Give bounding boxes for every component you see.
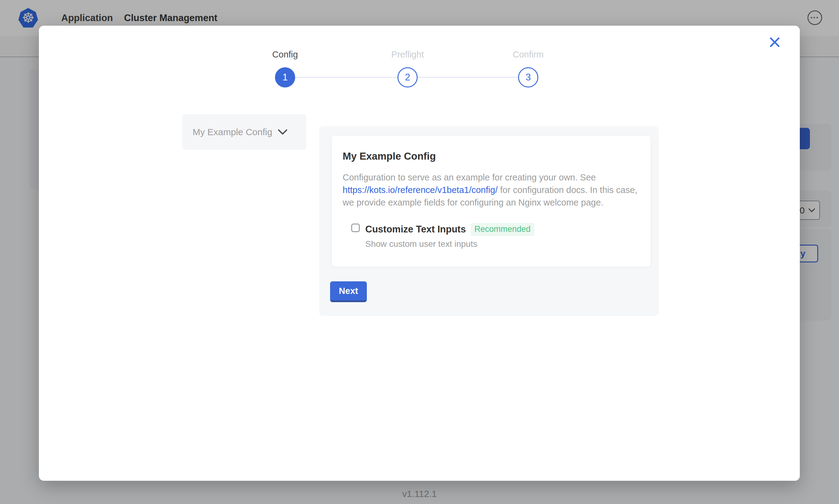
config-group-selector[interactable]: My Example Config (182, 114, 306, 150)
config-group-card: My Example Config Configuration to serve… (331, 136, 651, 267)
step-circle-1: 1 (275, 67, 295, 88)
config-field-row: Customize Text InputsRecommended (351, 223, 640, 236)
step-number: 1 (282, 72, 288, 83)
close-icon (769, 37, 780, 48)
config-panel: My Example Config Configuration to serve… (319, 126, 659, 316)
description-text: Configuration to serve as an example for… (343, 173, 596, 182)
customize-text-inputs-checkbox[interactable] (351, 223, 360, 232)
step-connector-2 (418, 77, 518, 78)
step-connector-1 (295, 77, 398, 78)
step-number: 2 (405, 72, 410, 83)
config-docs-link[interactable]: https://kots.io/reference/v1beta1/config… (343, 185, 498, 195)
modal-close-button[interactable] (767, 34, 783, 50)
config-group-description: Configuration to serve as an example for… (343, 171, 638, 209)
checkbox-label[interactable]: Customize Text Inputs (365, 224, 466, 235)
step-circle-2: 2 (397, 67, 418, 88)
checkbox-help-text: Show custom user text inputs (365, 239, 640, 249)
config-group-label: My Example Config (193, 127, 272, 137)
step-label-config: Config (239, 50, 331, 60)
next-button[interactable]: Next (330, 281, 367, 302)
config-group-title: My Example Config (343, 150, 640, 162)
step-label-preflight: Preflight (362, 50, 453, 60)
step-number: 3 (526, 72, 531, 83)
chevron-down-icon (278, 129, 288, 135)
step-circle-3: 3 (518, 67, 538, 88)
recommended-badge: Recommended (470, 223, 534, 236)
screen: ☸ Application Cluster Management ••• 0 y (0, 0, 839, 504)
step-label-confirm: Confirm (482, 50, 574, 60)
config-field-texts: Customize Text InputsRecommended (365, 223, 534, 236)
config-wizard-modal: Config Preflight Confirm 1 2 3 My Exampl… (39, 26, 800, 481)
